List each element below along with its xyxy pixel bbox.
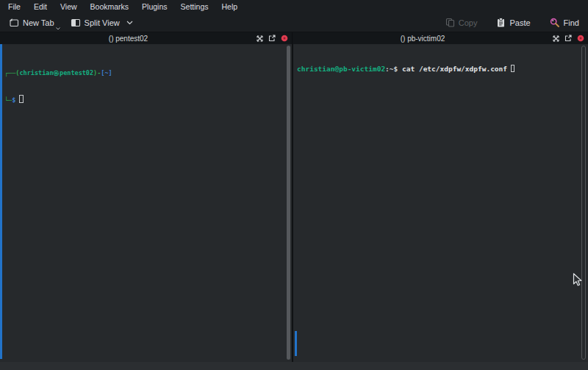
prompt-symbol: $ bbox=[394, 65, 402, 73]
menu-item-view[interactable]: View bbox=[54, 1, 84, 13]
new-tab-label: New Tab bbox=[23, 18, 54, 27]
find-button[interactable]: Find bbox=[547, 15, 582, 30]
menu-item-plugins[interactable]: Plugins bbox=[135, 1, 173, 13]
copy-label: Copy bbox=[459, 18, 478, 27]
prompt-frame-open: ┌──( bbox=[4, 69, 19, 77]
terminal-cursor bbox=[19, 95, 24, 103]
prompt-directory: [~] bbox=[101, 69, 112, 77]
split-view-label: Split View bbox=[85, 18, 120, 27]
paste-label: Paste bbox=[509, 18, 530, 27]
menu-item-file[interactable]: File bbox=[1, 1, 27, 13]
window-bottom-strip bbox=[0, 362, 588, 370]
prompt-line-2: └─$ bbox=[4, 95, 112, 104]
close-tab-icon[interactable] bbox=[577, 35, 584, 42]
scroll-position-indicator bbox=[295, 331, 297, 356]
detach-tab-icon[interactable] bbox=[268, 35, 276, 42]
menu-item-help[interactable]: Help bbox=[215, 1, 245, 13]
copy-button[interactable]: Copy bbox=[442, 15, 481, 29]
copy-icon bbox=[445, 18, 455, 27]
split-view-button[interactable]: Split View bbox=[68, 15, 136, 30]
terminal-output: christian@pb-victim02:~$ cat /etc/xdpfw/… bbox=[297, 47, 514, 91]
menu-item-settings[interactable]: Settings bbox=[174, 1, 215, 13]
prompt-line: christian@pb-victim02:~$ cat /etc/xdpfw/… bbox=[297, 65, 514, 74]
paste-button[interactable]: Paste bbox=[493, 15, 533, 29]
focused-pane-indicator bbox=[0, 44, 2, 359]
prompt-user-host: christian㉿pentest02 bbox=[19, 69, 93, 77]
split-view-chevron-icon[interactable] bbox=[126, 21, 133, 25]
close-tab-icon[interactable] bbox=[281, 35, 288, 42]
mouse-pointer-icon bbox=[573, 273, 583, 291]
menu-item-bookmarks[interactable]: Bookmarks bbox=[84, 1, 136, 13]
toolbar: New Tab Split View bbox=[0, 13, 588, 32]
terminal-pane-pentest02[interactable]: ┌──(christian㉿pentest02)-[~] └─$ bbox=[0, 44, 292, 362]
new-tab-dropdown-caret[interactable] bbox=[56, 27, 60, 30]
new-tab-icon bbox=[9, 18, 19, 28]
tab-controls bbox=[553, 32, 584, 44]
tab-title: () pentest02 bbox=[0, 32, 257, 44]
detach-tab-icon[interactable] bbox=[564, 35, 572, 42]
paste-icon bbox=[496, 18, 506, 27]
maximize-terminal-icon[interactable] bbox=[553, 35, 559, 42]
find-label: Find bbox=[564, 18, 579, 27]
left-pane-scrollbar[interactable] bbox=[287, 46, 290, 360]
typed-command: cat /etc/xdpfw/xdpfw.conf bbox=[402, 65, 507, 73]
tab-pb-victim02[interactable]: () pb-victim02 bbox=[292, 32, 588, 44]
prompt-frame-close: )- bbox=[93, 69, 101, 77]
new-tab-button[interactable]: New Tab bbox=[6, 15, 57, 30]
menubar: File Edit View Bookmarks Plugins Setting… bbox=[0, 0, 588, 13]
tab-pentest02[interactable]: () pentest02 bbox=[0, 32, 292, 44]
terminal-split-area: ┌──(christian㉿pentest02)-[~] └─$ christi… bbox=[0, 44, 588, 362]
terminal-output: ┌──(christian㉿pentest02)-[~] └─$ bbox=[4, 51, 112, 122]
prompt-user-host: christian@pb-victim02 bbox=[297, 65, 385, 73]
toolbar-left-group: New Tab Split View bbox=[6, 15, 136, 30]
toolbar-right-group: Copy Paste bbox=[442, 15, 582, 30]
right-pane-scrollbar[interactable] bbox=[581, 46, 586, 360]
tabbar: () pentest02 bbox=[0, 32, 588, 44]
prompt-line-1: ┌──(christian㉿pentest02)-[~] bbox=[4, 68, 112, 77]
terminal-pane-pb-victim02[interactable]: christian@pb-victim02:~$ cat /etc/xdpfw/… bbox=[293, 44, 588, 362]
find-icon bbox=[550, 18, 560, 28]
tab-title: () pb-victim02 bbox=[293, 32, 553, 44]
split-view-icon bbox=[71, 18, 81, 28]
konsole-window: File Edit View Bookmarks Plugins Setting… bbox=[0, 0, 588, 370]
menu-item-edit[interactable]: Edit bbox=[27, 1, 54, 13]
terminal-cursor bbox=[511, 65, 514, 72]
prompt-symbol: $ bbox=[12, 96, 15, 104]
maximize-terminal-icon[interactable] bbox=[257, 35, 263, 42]
prompt-frame-bottom: └─ bbox=[4, 96, 12, 104]
tab-controls bbox=[257, 32, 288, 44]
